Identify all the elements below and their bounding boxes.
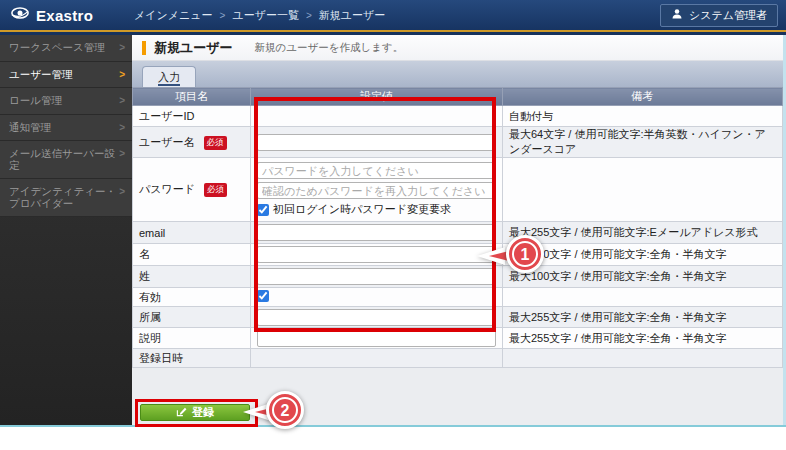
exastro-logo-icon [10, 6, 30, 24]
registered-datetime-value-cell [251, 349, 503, 368]
exastro-logo[interactable]: Exastro [10, 6, 134, 24]
row-remark [503, 158, 783, 222]
column-header-item-name: 項目名 [133, 88, 251, 106]
row-label: 説明 [139, 332, 161, 344]
row-label: 名 [139, 248, 150, 260]
chevron-right-icon: > [119, 95, 125, 106]
chevron-right-icon: > [119, 122, 125, 133]
table-row-user-name: ユーザー名 必須 最大64文字 / 使用可能文字:半角英数・ハイフン・アンダース… [133, 127, 783, 158]
sidebar-item-notification-management[interactable]: 通知管理 > [0, 115, 132, 142]
header-bar: Exastro メインメニュー > ユーザー一覧 > 新規ユーザー システム管理… [0, 0, 786, 30]
sidebar: ワークスペース管理 > ユーザー管理 > ロール管理 > 通知管理 > メール送… [0, 35, 132, 425]
table-row-first-name: 名 最大100文字 / 使用可能文字:全角・半角文字 [133, 244, 783, 266]
breadcrumb-user-list[interactable]: ユーザー一覧 [232, 8, 299, 23]
chevron-right-icon: > [119, 42, 125, 53]
password-confirm-input[interactable] [257, 182, 496, 199]
row-remark: 最大100文字 / 使用可能文字:全角・半角文字 [503, 266, 783, 288]
affiliation-input[interactable] [257, 309, 496, 326]
row-label: ユーザー名 [139, 136, 195, 148]
register-button[interactable]: 登録 [140, 404, 250, 421]
row-label: 登録日時 [139, 352, 183, 364]
row-label: 姓 [139, 270, 150, 282]
breadcrumb-new-user: 新規ユーザー [319, 8, 386, 23]
password-input[interactable] [257, 162, 496, 179]
title-accent-bar [142, 41, 146, 55]
row-remark: 最大255文字 / 使用可能文字:全角・半角文字 [503, 307, 783, 328]
password-change-required-checkbox[interactable] [257, 204, 269, 216]
breadcrumb-main-menu[interactable]: メインメニュー [134, 8, 213, 23]
breadcrumb-separator: > [220, 10, 226, 21]
user-name-input[interactable] [257, 134, 496, 151]
column-header-remarks: 備考 [503, 88, 783, 106]
table-row-last-name: 姓 最大100文字 / 使用可能文字:全角・半角文字 [133, 266, 783, 288]
chevron-right-icon: > [119, 148, 125, 159]
table-row-enabled: 有効 [133, 288, 783, 307]
edit-icon [176, 406, 187, 419]
row-label: email [139, 227, 165, 239]
row-remark [503, 349, 783, 368]
table-row-password: パスワード 必須 初回ログイン時パスワード変更要求 [133, 158, 783, 222]
settings-table: 項目名 設定値 備考 ユーザーID 自動付与 ユーザー名 必須 [132, 87, 783, 368]
logo-text: Exastro [36, 7, 93, 24]
description-input[interactable] [257, 330, 496, 347]
row-remark: 最大100文字 / 使用可能文字:全角・半角文字 [503, 244, 783, 266]
table-row-user-id: ユーザーID 自動付与 [133, 106, 783, 127]
sidebar-item-workspace-management[interactable]: ワークスペース管理 > [0, 35, 132, 62]
table-row-email: email 最大255文字 / 使用可能文字:Eメールアドレス形式 [133, 222, 783, 244]
sidebar-item-mail-server-settings[interactable]: メール送信サーバー設定 > [0, 141, 132, 179]
chevron-right-icon: > [119, 69, 125, 80]
content-panel: 新規ユーザー 新規のユーザーを作成します。 入力 項目名 設定値 備考 ユーザー… [132, 35, 786, 425]
email-input[interactable] [257, 224, 496, 241]
user-label: システム管理者 [689, 8, 767, 23]
user-id-value-cell [251, 106, 503, 127]
sidebar-item-user-management[interactable]: ユーザー管理 > [0, 62, 132, 89]
row-label: ユーザーID [139, 110, 195, 122]
table-header-row: 項目名 設定値 備考 [133, 88, 783, 106]
last-name-input[interactable] [257, 268, 496, 285]
tab-strip: 入力 [132, 61, 783, 87]
first-name-input[interactable] [257, 246, 496, 263]
sidebar-item-role-management[interactable]: ロール管理 > [0, 88, 132, 115]
tab-input[interactable]: 入力 [142, 66, 196, 87]
password-change-required-label: 初回ログイン時パスワード変更要求 [273, 202, 451, 217]
user-icon [671, 8, 683, 22]
row-label: 有効 [139, 291, 161, 303]
enabled-checkbox[interactable] [257, 290, 269, 302]
sidebar-item-identity-provider[interactable]: アイデンティティー・プロバイダー > [0, 179, 132, 217]
breadcrumb-separator: > [306, 10, 312, 21]
chevron-right-icon: > [119, 186, 125, 197]
row-remark: 最大255文字 / 使用可能文字:Eメールアドレス形式 [503, 222, 783, 244]
required-badge: 必須 [204, 136, 227, 150]
register-button-label: 登録 [192, 405, 214, 420]
required-badge: 必須 [204, 183, 227, 197]
breadcrumb: メインメニュー > ユーザー一覧 > 新規ユーザー [134, 8, 385, 23]
table-row-registered-datetime: 登録日時 [133, 349, 783, 368]
page-title: 新規ユーザー [154, 39, 233, 57]
row-remark: 最大255文字 / 使用可能文字:全角・半角文字 [503, 328, 783, 349]
row-label: パスワード [139, 183, 195, 195]
column-header-setting-value: 設定値 [251, 88, 503, 106]
page-title-bar: 新規ユーザー 新規のユーザーを作成します。 [132, 35, 783, 61]
row-remark: 自動付与 [503, 106, 783, 127]
page-subtitle: 新規のユーザーを作成します。 [255, 41, 404, 55]
row-label: 所属 [139, 311, 161, 323]
table-row-description: 説明 最大255文字 / 使用可能文字:全角・半角文字 [133, 328, 783, 349]
user-menu[interactable]: システム管理者 [660, 4, 778, 27]
row-remark [503, 288, 783, 307]
row-remark: 最大64文字 / 使用可能文字:半角英数・ハイフン・アンダースコア [503, 127, 783, 158]
table-row-affiliation: 所属 最大255文字 / 使用可能文字:全角・半角文字 [133, 307, 783, 328]
